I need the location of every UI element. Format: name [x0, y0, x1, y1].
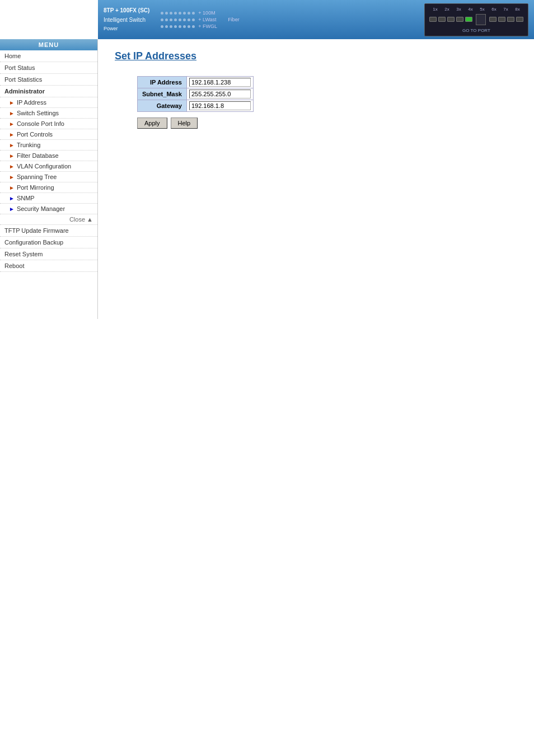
label-power: Power — [104, 25, 149, 33]
bullet-icon: ► — [9, 163, 15, 170]
dot — [192, 25, 195, 28]
sidebar-item-snmp[interactable]: ► SNMP — [0, 193, 97, 204]
port-jack — [438, 17, 446, 22]
sidebar-item-home[interactable]: Home — [0, 50, 97, 62]
dot — [174, 18, 177, 21]
dot — [170, 12, 172, 15]
port-num: 7x — [503, 7, 508, 12]
fiber-port — [476, 14, 486, 25]
port-jack — [489, 17, 496, 22]
sidebar-item-filter-database[interactable]: ► Filter Database — [0, 151, 97, 161]
sidebar-item-port-mirroring[interactable]: ► Port Mirroring — [0, 182, 97, 193]
port-num: 6x — [491, 7, 496, 12]
go-to-port-label: GO TO PORT — [429, 28, 523, 33]
bullet-icon: ► — [9, 132, 15, 138]
sidebar-item-reboot[interactable]: Reboot — [0, 260, 97, 272]
sidebar-item-port-statistics[interactable]: Port Statistics — [0, 74, 97, 86]
gateway-row: Gateway — [138, 100, 254, 112]
dot — [165, 18, 168, 21]
dot — [188, 12, 190, 15]
dots-row-3: + FWGL — [161, 24, 217, 29]
subnet-mask-row: Subnet_Mask — [138, 88, 254, 100]
sidebar-close-button[interactable]: Close ▲ — [0, 214, 97, 225]
dot — [161, 18, 163, 21]
main-container: MENU Home Port Status Port Statistics Ad… — [0, 39, 534, 319]
gateway-cell — [186, 100, 253, 112]
dot — [170, 18, 172, 21]
bullet-icon-blue: ► — [9, 206, 15, 212]
port-num: 4x — [468, 7, 472, 12]
device-header: 8TP + 100FX (SC) Intelligent Switch Powe… — [98, 0, 534, 39]
label-100m: + 100M — [198, 10, 215, 16]
port-num: 1x — [433, 7, 437, 12]
port-jack — [507, 17, 514, 22]
port-num: 3x — [456, 7, 461, 12]
port-num-row-top: 1x 2x 3x 4x 5x 6x 7x 8x — [429, 7, 523, 12]
gateway-input[interactable] — [189, 101, 251, 110]
bullet-icon: ► — [9, 121, 15, 127]
close-arrow-icon: ▲ — [87, 216, 93, 223]
sidebar-item-tftp-update-firmware[interactable]: TFTP Update Firmware — [0, 225, 97, 237]
port-jacks-row — [429, 14, 523, 25]
dots-row-1: + 100M — [161, 10, 217, 16]
port-jack — [429, 17, 437, 22]
sidebar-item-security-manager[interactable]: ► Security Manager — [0, 204, 97, 214]
help-button[interactable]: Help — [171, 118, 198, 129]
sidebar-item-ip-address[interactable]: ► IP Address — [0, 97, 97, 108]
device-info: 8TP + 100FX (SC) Intelligent Switch Powe… — [104, 6, 149, 33]
gateway-label: Gateway — [138, 100, 187, 112]
dot — [170, 25, 172, 28]
dot — [183, 12, 186, 15]
sidebar-item-reset-system[interactable]: Reset System — [0, 248, 97, 260]
dot — [183, 18, 186, 21]
subnet-mask-cell — [186, 88, 253, 100]
port-jack-active — [465, 17, 472, 22]
ip-form: IP Address Subnet_Mask Gateway — [137, 76, 254, 112]
sidebar-section-administrator: Administrator — [0, 86, 97, 97]
button-row: Apply Help — [137, 118, 517, 129]
switch-graphic: 1x 2x 3x 4x 5x 6x 7x 8x — [424, 3, 528, 36]
bullet-icon: ► — [9, 100, 15, 106]
subnet-mask-label: Subnet_Mask — [138, 88, 187, 100]
dots-row-2: + LWast — [161, 17, 217, 22]
port-jack — [516, 17, 523, 22]
bullet-icon: ► — [9, 142, 15, 148]
dot — [188, 18, 190, 21]
dot — [165, 12, 168, 15]
dot — [179, 18, 181, 21]
subnet-mask-input[interactable] — [189, 90, 251, 98]
sidebar-item-spanning-tree[interactable]: ► Spanning Tree — [0, 172, 97, 182]
dot — [165, 25, 168, 28]
ip-address-label: IP Address — [138, 77, 187, 88]
sidebar-item-console-port-info[interactable]: ► Console Port Info — [0, 119, 97, 129]
dot-indicators: + 100M + LWast — [161, 10, 217, 29]
device-name: 8TP + 100FX (SC) — [104, 6, 149, 15]
ip-address-row: IP Address — [138, 77, 254, 88]
apply-button[interactable]: Apply — [137, 118, 167, 129]
sidebar-item-configuration-backup[interactable]: Configuration Backup — [0, 237, 97, 248]
sidebar-item-port-controls[interactable]: ► Port Controls — [0, 129, 97, 140]
bullet-icon: ► — [9, 153, 15, 159]
ip-address-cell — [186, 77, 253, 88]
device-type: Intelligent Switch — [104, 15, 149, 25]
dot — [192, 12, 195, 15]
menu-header: MENU — [0, 39, 97, 50]
sidebar-item-trunking[interactable]: ► Trunking — [0, 140, 97, 151]
sidebar-item-vlan-configuration[interactable]: ► VLAN Configuration — [0, 161, 97, 172]
dot — [174, 25, 177, 28]
dot — [188, 25, 190, 28]
sidebar-item-port-status[interactable]: Port Status — [0, 62, 97, 74]
port-jack — [498, 17, 505, 22]
dot — [174, 12, 177, 15]
port-num: 5x — [480, 7, 484, 12]
bullet-icon: ► — [9, 174, 15, 180]
ip-address-input[interactable] — [189, 78, 251, 87]
fiber-label: Fiber — [228, 17, 240, 22]
bullet-icon: ► — [9, 185, 15, 191]
dot — [161, 12, 163, 15]
dot — [192, 18, 195, 21]
label-fwgl: + FWGL — [198, 24, 217, 29]
label-lw: + LWast — [198, 17, 216, 22]
sidebar-item-switch-settings[interactable]: ► Switch Settings — [0, 108, 97, 119]
dot — [179, 12, 181, 15]
